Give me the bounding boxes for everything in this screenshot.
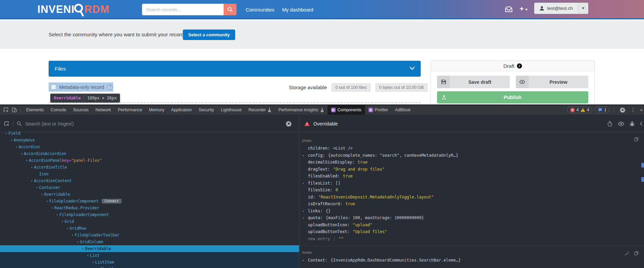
expand-arrow-icon[interactable]: ▾: [4, 132, 8, 135]
tree-row[interactable]: ▾Accordion: [0, 143, 299, 150]
tree-row[interactable]: ▾Container: [0, 184, 299, 191]
wand-icon[interactable]: [625, 251, 629, 256]
expand-arrow-icon[interactable]: ▾: [30, 166, 34, 169]
nav-communities[interactable]: Communities: [246, 0, 275, 19]
preview-button[interactable]: Preview: [516, 76, 589, 88]
tab-security[interactable]: Security: [195, 105, 217, 115]
expand-arrow-icon[interactable]: ▾: [70, 233, 75, 237]
inspect-component-icon[interactable]: [3, 120, 11, 128]
save-draft-button[interactable]: Save draft: [437, 76, 510, 88]
expand-arrow-icon[interactable]: ▾: [75, 240, 80, 244]
tree-row[interactable]: ▾Checkbox: [0, 266, 299, 268]
components-settings-gear-icon[interactable]: [286, 121, 292, 127]
records-search-input[interactable]: [142, 4, 224, 15]
tree-row[interactable]: ▾Grid: [0, 218, 299, 225]
tree-row[interactable]: ▾Field: [0, 130, 299, 137]
user-menu[interactable]: test@test.ch: [534, 3, 588, 14]
expand-arrow-icon[interactable]: ▾: [81, 247, 85, 250]
tab-components[interactable]: Components: [328, 105, 365, 115]
tree-row[interactable]: ▾FileUploaderComponentConnect: [0, 198, 299, 205]
expand-arrow-icon[interactable]: ▾: [40, 193, 44, 196]
tree-row[interactable]: ▾GridColumn: [0, 238, 299, 245]
tree-row[interactable]: ▾AccordionContent: [0, 177, 299, 184]
prop-row[interactable]: decimalSizeDisplay:true: [299, 159, 644, 166]
expand-arrow-icon[interactable]: ▾: [91, 261, 95, 264]
tab-recorder[interactable]: Recorder: [245, 105, 275, 115]
tab-lighthouse[interactable]: Lighthouse: [217, 105, 245, 115]
tab-performance-insights[interactable]: Performance insights: [275, 105, 327, 115]
prop-row[interactable]: ▸filesList:[]: [299, 180, 644, 187]
quick-create-button[interactable]: +: [520, 5, 528, 13]
prop-row[interactable]: dragText:"Drag and drop files": [299, 166, 644, 173]
prop-row[interactable]: new entry:"": [299, 235, 644, 243]
prop-row[interactable]: id:"ReactInvenioDeposit.MetadataOnlyTogg…: [299, 194, 644, 201]
tree-row[interactable]: ▾GridRow: [0, 225, 299, 232]
expand-arrow-icon[interactable]: ▾: [19, 152, 24, 155]
tab-application[interactable]: Application: [168, 105, 195, 115]
inspect-dom-eye-icon[interactable]: [618, 121, 624, 126]
prop-row[interactable]: ▸config:{autocomplete_names: "search", c…: [299, 152, 644, 159]
expand-arrow-icon[interactable]: ▾: [60, 220, 65, 223]
tree-row[interactable]: ▾ListItem: [0, 259, 299, 266]
prop-row[interactable]: ▸links:{}: [299, 208, 644, 215]
prop-row[interactable]: uploadButtonText:"Upload files": [299, 228, 644, 235]
prop-row[interactable]: filesSize:0: [299, 187, 644, 194]
tree-row[interactable]: ▾ReactRedux.Provider: [0, 205, 299, 211]
tab-elements[interactable]: Elements: [23, 105, 47, 115]
expand-arrow-icon[interactable]: ▾: [30, 179, 34, 183]
tree-row[interactable]: ▾Overridable: [0, 245, 299, 252]
search-button[interactable]: [224, 4, 237, 15]
copy-icon[interactable]: [634, 137, 639, 141]
info-icon[interactable]: i: [517, 63, 522, 69]
settings-gear-icon[interactable]: [619, 106, 627, 114]
tab-network[interactable]: Network: [92, 105, 115, 115]
inbox-tray-icon[interactable]: [505, 6, 512, 12]
tree-row[interactable]: ▾Anonymous: [0, 137, 299, 143]
tab-memory[interactable]: Memory: [145, 105, 168, 115]
prop-row[interactable]: ▸Context:{InvenioAppRdm.DashboardCommuni…: [299, 257, 644, 264]
user-menu-caret[interactable]: [578, 3, 588, 14]
tree-row[interactable]: ▾FileUploaderComponent: [0, 211, 299, 218]
tree-row[interactable]: ▾List: [0, 252, 299, 259]
prop-row[interactable]: ▸quota:{maxFiles: 100, maxStorage: 10000…: [299, 214, 644, 222]
edge-badge-icon[interactable]: [641, 163, 644, 168]
expand-arrow-icon[interactable]: ▾: [9, 138, 14, 142]
expand-arrow-icon[interactable]: ▾: [24, 159, 29, 162]
files-accordion-header[interactable]: Files: [49, 61, 421, 77]
metadata-only-label[interactable]: Metadata-only record: [59, 84, 104, 90]
more-options-kebab-icon[interactable]: ⋮: [629, 107, 637, 113]
expand-arrow-icon[interactable]: ▸: [299, 154, 305, 157]
tab-adblock[interactable]: AdBlock: [391, 105, 414, 115]
help-question-icon[interactable]: ?: [107, 84, 112, 90]
expand-arrow-icon[interactable]: ▾: [65, 227, 70, 230]
tab-console[interactable]: Console: [47, 105, 70, 115]
expand-arrow-icon[interactable]: ▸: [299, 216, 305, 219]
invenio-rdm-logo[interactable]: INVENI RDM: [37, 2, 109, 17]
expand-arrow-icon[interactable]: ▸: [299, 259, 305, 262]
chevron-down-icon[interactable]: [409, 66, 415, 71]
expand-arrow-icon[interactable]: ▸: [299, 209, 305, 213]
nav-my-dashboard[interactable]: My dashboard: [282, 0, 313, 19]
device-toolbar-icon[interactable]: [10, 106, 18, 114]
tree-row[interactable]: ▾AccordionTitle: [0, 164, 299, 171]
tab-profiler[interactable]: Profiler: [365, 105, 392, 115]
view-source-code-icon[interactable]: [640, 121, 644, 126]
prop-row[interactable]: uploadButtonIcon:"upload": [299, 222, 644, 229]
expand-arrow-icon[interactable]: ▾: [55, 213, 59, 216]
tree-row[interactable]: Icon: [0, 171, 299, 177]
log-to-console-bug-icon[interactable]: [629, 121, 635, 127]
tree-row[interactable]: ▾Overridable: [0, 191, 299, 198]
close-devtools-icon[interactable]: ×: [639, 108, 643, 113]
expand-arrow-icon[interactable]: ▾: [45, 199, 49, 203]
expand-arrow-icon[interactable]: ▾: [14, 145, 19, 149]
tab-sources[interactable]: Sources: [70, 105, 92, 115]
prop-row[interactable]: isDraftRecord:true: [299, 200, 644, 208]
tree-row[interactable]: ▾AccordionAccordion: [0, 150, 299, 157]
console-errors-warnings-badge[interactable]: × 4 4: [567, 107, 592, 113]
select-community-button[interactable]: Select a community: [183, 30, 235, 40]
suspend-stopwatch-icon[interactable]: [607, 121, 613, 127]
tree-row[interactable]: ▾FileUploaderToolbar: [0, 232, 299, 238]
expand-arrow-icon[interactable]: ▾: [86, 254, 90, 257]
components-search-input[interactable]: [25, 121, 286, 127]
prop-row[interactable]: filesEnabled:true: [299, 173, 644, 180]
